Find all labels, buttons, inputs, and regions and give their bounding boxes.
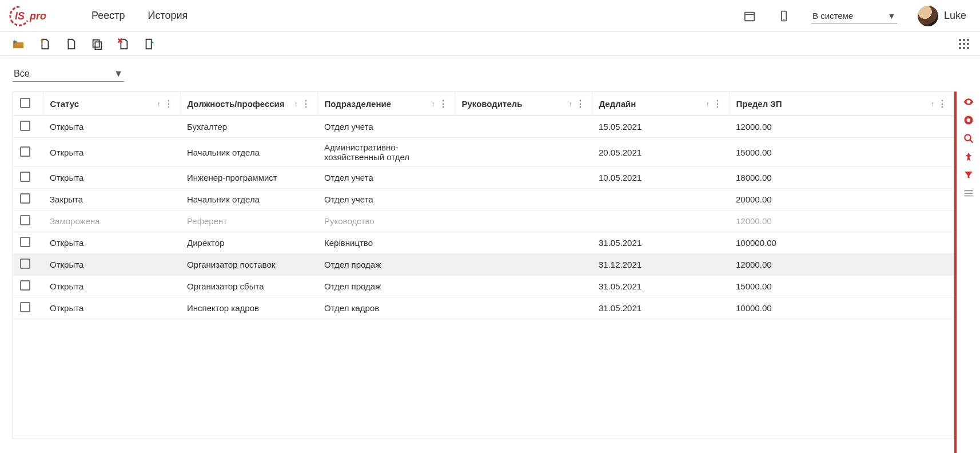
filter-select[interactable]: Все ▼ — [13, 66, 124, 82]
nav-registry[interactable]: Реестр — [91, 10, 125, 22]
col-menu-icon[interactable]: ⋮ — [938, 98, 947, 109]
row-checkbox[interactable] — [20, 121, 30, 131]
cell-position: Бухгалтер — [180, 116, 317, 138]
calendar-icon[interactable] — [743, 9, 756, 23]
table-row[interactable]: ОткрытаОрганизатор поставокОтдел продаж3… — [13, 254, 954, 276]
cell-position: Организатор сбыта — [180, 276, 317, 297]
sort-arrow-icon[interactable]: ↑ — [157, 100, 161, 108]
right-rail — [954, 92, 980, 453]
cell-mgr — [455, 297, 592, 319]
svg-line-12 — [970, 140, 973, 142]
pin-icon[interactable] — [962, 150, 975, 164]
cell-deadline: 10.05.2021 — [592, 167, 729, 189]
filter-bar: Все ▼ — [0, 56, 980, 88]
cell-status: Открыта — [43, 254, 180, 276]
layout-grip-icon[interactable] — [958, 38, 970, 50]
delete-doc-button[interactable] — [115, 36, 132, 52]
username-label: Luke — [944, 10, 966, 22]
cell-status: Открыта — [43, 138, 180, 167]
cell-mgr — [455, 189, 592, 210]
row-checkbox[interactable] — [20, 146, 30, 157]
row-checkbox[interactable] — [20, 172, 30, 182]
cell-mgr — [455, 210, 592, 232]
user-avatar[interactable] — [918, 6, 938, 26]
col-menu-icon[interactable]: ⋮ — [713, 98, 722, 109]
list-icon[interactable] — [962, 186, 975, 200]
col-menu-icon[interactable]: ⋮ — [164, 98, 173, 109]
row-checkbox[interactable] — [20, 302, 30, 312]
col-menu-icon[interactable]: ⋮ — [576, 98, 585, 109]
sort-arrow-icon[interactable]: ↑ — [294, 100, 298, 108]
svg-text:IS: IS — [15, 10, 25, 22]
cell-mgr — [455, 138, 592, 167]
cell-status: Открыта — [43, 167, 180, 189]
table-row[interactable]: ЗакрытаНачальник отделаОтдел учета20000.… — [13, 189, 954, 210]
row-checkbox[interactable] — [20, 215, 30, 225]
open-folder-button[interactable] — [10, 36, 26, 52]
table-row[interactable]: ОткрытаИнспектор кадровОтдел кадров31.05… — [13, 297, 954, 319]
cell-deadline: 20.05.2021 — [592, 138, 729, 167]
svg-point-11 — [965, 134, 971, 141]
cell-dept: Отдел учета — [317, 189, 455, 210]
col-header-status[interactable]: Статус↑⋮ — [43, 92, 180, 116]
table-row[interactable]: ОткрытаОрганизатор сбытаОтдел продаж31.0… — [13, 276, 954, 297]
search-icon[interactable] — [962, 132, 975, 145]
cell-position: Инженер-программист — [180, 167, 317, 189]
col-header-salary[interactable]: Предел ЗП↑⋮ — [729, 92, 954, 116]
presence-label: В системе — [812, 11, 853, 21]
cell-status: Открыта — [43, 232, 180, 254]
cell-salary: 20000.00 — [729, 189, 954, 210]
select-all-checkbox[interactable] — [20, 98, 30, 108]
eye-icon[interactable] — [962, 95, 975, 109]
sort-arrow-icon[interactable]: ↑ — [931, 100, 934, 108]
toolbar: ✦ — [0, 32, 980, 56]
col-header-dept[interactable]: Подразделение↑⋮ — [317, 92, 455, 116]
cell-dept: Административно-хозяйственный отдел — [317, 138, 455, 167]
cell-deadline — [592, 210, 729, 232]
new-doc-button[interactable]: ✦ — [37, 36, 53, 52]
filter-icon[interactable] — [962, 168, 975, 182]
data-table: Статус↑⋮ Должность/профессия↑⋮ Подраздел… — [13, 92, 954, 439]
target-icon[interactable] — [962, 113, 975, 127]
row-checkbox[interactable] — [20, 280, 30, 291]
cell-position: Директор — [180, 232, 317, 254]
svg-rect-8 — [95, 42, 101, 49]
col-menu-icon[interactable]: ⋮ — [439, 98, 448, 109]
cell-deadline: 31.12.2021 — [592, 254, 729, 276]
table-header-row: Статус↑⋮ Должность/профессия↑⋮ Подраздел… — [13, 92, 954, 116]
cell-salary: 10000.00 — [729, 297, 954, 319]
col-menu-icon[interactable]: ⋮ — [301, 98, 310, 109]
cell-status: Открыта — [43, 116, 180, 138]
cell-dept: Отдел учета — [317, 116, 455, 138]
edit-doc-button[interactable] — [63, 36, 79, 52]
row-checkbox[interactable] — [20, 259, 30, 269]
row-checkbox[interactable] — [20, 193, 30, 204]
cell-deadline — [592, 189, 729, 210]
cell-position: Начальник отдела — [180, 189, 317, 210]
svg-rect-2 — [745, 12, 755, 21]
table-row[interactable]: ОткрытаБухгалтерОтдел учета15.05.2021120… — [13, 116, 954, 138]
cell-deadline: 15.05.2021 — [592, 116, 729, 138]
svg-text:pro: pro — [29, 10, 46, 22]
table-row[interactable]: ЗамороженаРеферентРуководство12000.00 — [13, 210, 954, 232]
cell-position: Начальник отдела — [180, 138, 317, 167]
cell-salary: 15000.00 — [729, 138, 954, 167]
sort-arrow-icon[interactable]: ↑ — [706, 100, 710, 108]
cell-salary: 12000.00 — [729, 116, 954, 138]
col-header-position[interactable]: Должность/профессия↑⋮ — [180, 92, 317, 116]
sort-arrow-icon[interactable]: ↑ — [432, 100, 435, 108]
svg-text:✦: ✦ — [39, 37, 45, 44]
table-row[interactable]: ОткрытаДиректорКерівництво31.05.20211000… — [13, 232, 954, 254]
col-header-mgr[interactable]: Руководитель↑⋮ — [455, 92, 592, 116]
mobile-icon[interactable] — [777, 9, 791, 23]
table-row[interactable]: ОткрытаИнженер-программистОтдел учета10.… — [13, 167, 954, 189]
export-doc-button[interactable] — [142, 36, 158, 52]
sort-arrow-icon[interactable]: ↑ — [569, 100, 572, 108]
presence-select[interactable]: В системе ▼ — [811, 9, 897, 23]
nav-history[interactable]: История — [148, 10, 188, 22]
table-row[interactable]: ОткрытаНачальник отделаАдминистративно-х… — [13, 138, 954, 167]
cell-salary: 12000.00 — [729, 210, 954, 232]
row-checkbox[interactable] — [20, 237, 30, 247]
col-header-deadline[interactable]: Дедлайн↑⋮ — [592, 92, 729, 116]
copy-doc-button[interactable] — [89, 36, 105, 52]
